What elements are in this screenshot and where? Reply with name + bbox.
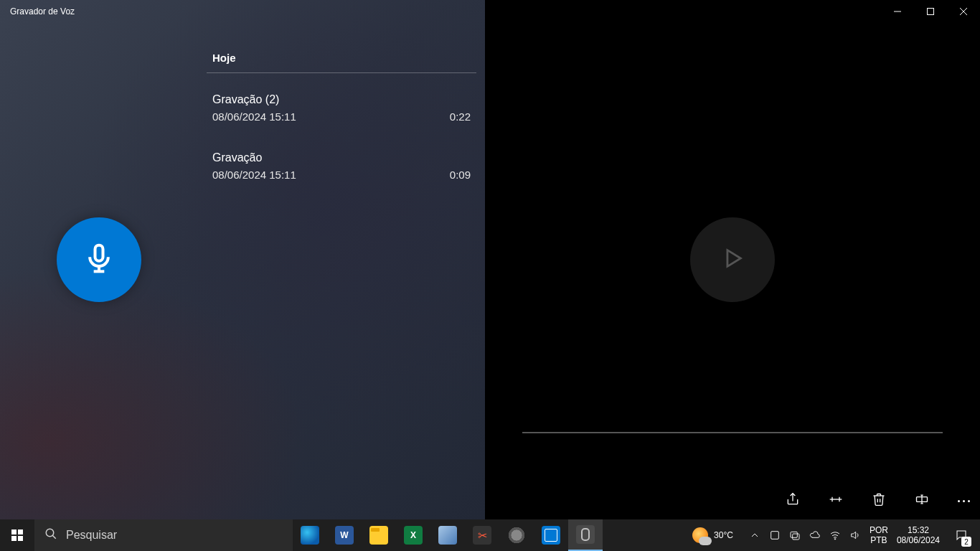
voice-recorder-window: Gravador de Voz Hoje Gravação (2) 08/06/…: [0, 0, 980, 519]
window-controls: [881, 0, 980, 23]
divider: [207, 72, 476, 73]
clock-date: 08/06/2024: [897, 535, 940, 545]
recording-item[interactable]: Gravação 08/06/2024 15:11 0:09: [198, 138, 485, 197]
left-pane: Gravador de Voz Hoje Gravação (2) 08/06/…: [0, 0, 485, 519]
svg-point-21: [834, 539, 835, 540]
tray-volume[interactable]: [849, 529, 861, 541]
recording-timestamp: 08/06/2024 15:11: [212, 110, 471, 123]
notif-badge: 2: [961, 537, 971, 547]
svg-line-17: [52, 535, 56, 539]
taskbar-search[interactable]: Pesquisar: [34, 519, 293, 551]
recording-duration: 0:09: [450, 169, 471, 181]
lang-top: POR: [870, 525, 888, 535]
tray-icon-1[interactable]: [769, 529, 781, 541]
record-button[interactable]: [57, 217, 141, 302]
lang-bottom: PTB: [870, 535, 888, 545]
taskbar-app-snip[interactable]: [465, 519, 499, 551]
svg-point-16: [46, 529, 54, 537]
close-button[interactable]: [947, 0, 980, 23]
player-pane: [485, 0, 980, 519]
rename-button[interactable]: [915, 492, 929, 509]
taskbar-app-notepad[interactable]: [430, 519, 465, 551]
taskbar-app-word[interactable]: [327, 519, 362, 551]
tray-overflow[interactable]: [749, 529, 760, 541]
svg-rect-20: [793, 534, 799, 540]
svg-marker-22: [852, 532, 856, 538]
record-column: [0, 0, 198, 519]
recorder-icon: [576, 525, 595, 544]
group-header: Hoje: [198, 52, 485, 72]
recording-title: Gravação (2): [212, 93, 471, 106]
share-icon: [786, 496, 800, 509]
weather-icon: [692, 527, 708, 543]
tray-wifi[interactable]: [829, 529, 841, 541]
recordings-list: Hoje Gravação (2) 08/06/2024 15:11 0:22 …: [198, 0, 485, 519]
share-button[interactable]: [786, 492, 800, 509]
tray-onedrive[interactable]: [809, 529, 821, 541]
recording-item[interactable]: Gravação (2) 08/06/2024 15:11 0:22: [198, 80, 485, 138]
weather-temp: 30°C: [714, 530, 733, 540]
minimize-button[interactable]: [881, 0, 914, 23]
action-center[interactable]: 2: [948, 519, 974, 551]
play-icon: [720, 246, 745, 273]
folder-icon: [369, 526, 388, 545]
player-actions: [786, 492, 970, 509]
taskbar-app-generic1[interactable]: [499, 519, 534, 551]
recording-title: Gravação: [212, 151, 471, 164]
app-icon: [542, 526, 560, 545]
clock-time: 15:32: [897, 525, 940, 535]
scissors-icon: [473, 526, 491, 545]
svg-rect-19: [791, 532, 797, 537]
taskbar-app-generic2[interactable]: [534, 519, 568, 551]
taskbar-app-excel[interactable]: [396, 519, 430, 551]
notepad-icon: [438, 526, 457, 545]
trim-button[interactable]: [829, 492, 843, 509]
edge-icon: [301, 526, 319, 545]
recording-duration: 0:22: [450, 110, 471, 123]
maximize-button[interactable]: [914, 0, 947, 23]
app-icon: [507, 526, 526, 545]
recording-timestamp: 08/06/2024 15:11: [212, 169, 471, 181]
svg-rect-0: [95, 245, 103, 261]
tray-clock[interactable]: 15:32 08/06/2024: [897, 525, 940, 545]
start-button[interactable]: [0, 519, 34, 551]
trim-icon: [829, 496, 843, 509]
excel-icon: [404, 526, 423, 545]
search-placeholder: Pesquisar: [66, 529, 117, 542]
svg-rect-18: [771, 532, 779, 540]
playback-timeline[interactable]: [522, 432, 943, 433]
trash-icon: [872, 496, 886, 509]
svg-marker-7: [727, 250, 740, 267]
tray-language[interactable]: POR PTB: [870, 525, 888, 545]
more-button[interactable]: [958, 500, 970, 502]
play-button[interactable]: [690, 217, 775, 302]
taskbar-app-voice-recorder[interactable]: [568, 519, 603, 551]
windows-icon: [11, 529, 23, 541]
search-icon: [44, 527, 57, 543]
system-tray: 30°C POR PTB 15:32 08/06/2024 2: [692, 519, 980, 551]
word-icon: [335, 526, 354, 545]
taskbar: Pesquisar 30°C POR PTB 15:32 08/06/20: [0, 519, 980, 551]
microphone-icon: [83, 242, 115, 277]
taskbar-app-edge[interactable]: [293, 519, 327, 551]
rename-icon: [915, 496, 929, 509]
taskbar-apps: [293, 519, 603, 551]
weather-widget[interactable]: 30°C: [692, 527, 733, 543]
svg-rect-4: [928, 9, 934, 15]
tray-icon-2[interactable]: [789, 529, 801, 541]
delete-button[interactable]: [872, 492, 886, 509]
taskbar-app-explorer[interactable]: [362, 519, 396, 551]
